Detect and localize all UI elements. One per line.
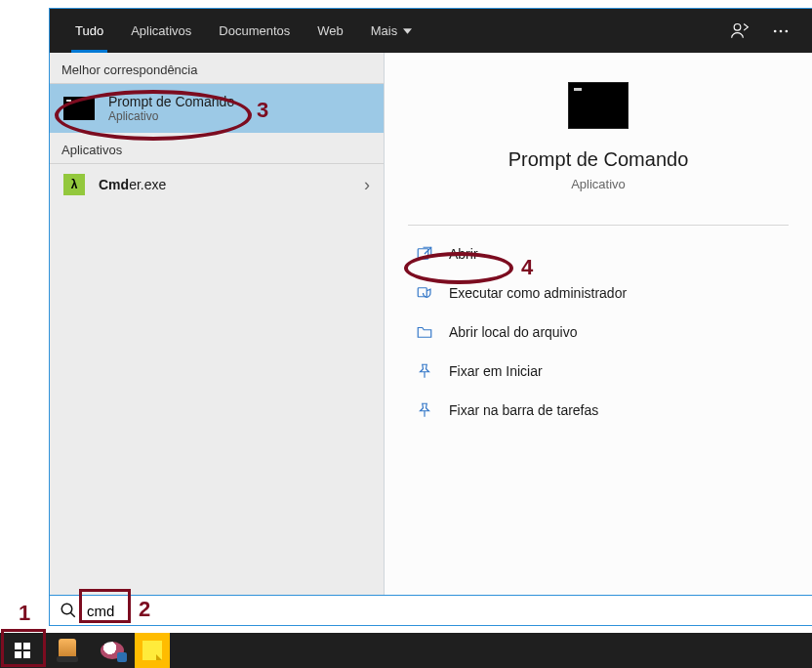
- panel-body: Melhor correspondência Prompt de Comando…: [50, 53, 812, 595]
- tab-all-label: Tudo: [75, 23, 103, 38]
- action-pin-taskbar[interactable]: Fixar na barra de tarefas: [408, 396, 789, 425]
- preview-subtitle: Aplicativo: [571, 177, 626, 191]
- preview-title: Prompt de Comando: [508, 148, 689, 171]
- action-pin-start-label: Fixar em Iniciar: [449, 363, 543, 379]
- chevron-down-icon: [403, 28, 412, 34]
- taskbar: [0, 633, 812, 668]
- svg-point-6: [61, 604, 72, 614]
- shield-admin-icon: [416, 284, 433, 302]
- tab-documents-label: Documentos: [219, 23, 290, 38]
- action-open-label: Abrir: [449, 246, 478, 262]
- microphone-icon: [59, 639, 76, 662]
- annotation-number-1: 1: [19, 601, 30, 626]
- search-input[interactable]: [87, 603, 802, 619]
- action-open-location[interactable]: Abrir local do arquivo: [408, 317, 789, 347]
- svg-point-3: [786, 29, 789, 32]
- result-prompt-de-comando[interactable]: Prompt de Comando Aplicativo: [50, 84, 384, 133]
- taskbar-snip[interactable]: [90, 633, 135, 668]
- taskbar-cortana[interactable]: [45, 633, 90, 668]
- action-open[interactable]: Abrir: [408, 239, 789, 269]
- action-open-location-label: Abrir local do arquivo: [449, 324, 578, 340]
- cmder-icon: λ: [63, 174, 85, 195]
- svg-point-0: [734, 23, 741, 30]
- sticky-notes-icon: [142, 641, 162, 660]
- chevron-right-icon: ›: [364, 175, 370, 195]
- tab-more-label: Mais: [371, 23, 397, 38]
- search-row: [50, 595, 812, 625]
- preview-app-icon: [568, 82, 629, 129]
- command-prompt-icon: [63, 97, 95, 120]
- open-icon: [416, 245, 433, 263]
- section-best-match-label: Melhor correspondência: [50, 53, 384, 83]
- folder-location-icon: [416, 323, 433, 341]
- section-apps-label: Aplicativos: [50, 133, 384, 163]
- action-pin-start[interactable]: Fixar em Iniciar: [408, 356, 789, 386]
- tab-web[interactable]: Web: [304, 9, 357, 53]
- tab-all[interactable]: Tudo: [61, 9, 117, 53]
- taskbar-sticky-notes[interactable]: [135, 633, 170, 668]
- result-subtitle: Aplicativo: [108, 109, 234, 123]
- pin-start-icon: [416, 362, 433, 380]
- action-run-admin-label: Executar como administrador: [449, 285, 627, 301]
- feedback-icon[interactable]: [730, 21, 750, 41]
- result-cmder-label: Cmder.exe: [99, 177, 166, 192]
- tab-documents[interactable]: Documentos: [205, 9, 304, 53]
- tab-apps-label: Aplicativos: [131, 23, 191, 38]
- tab-more[interactable]: Mais: [357, 9, 426, 53]
- action-pin-taskbar-label: Fixar na barra de tarefas: [449, 402, 598, 418]
- svg-rect-4: [418, 249, 428, 260]
- results-column: Melhor correspondência Prompt de Comando…: [50, 53, 385, 595]
- more-options-icon[interactable]: [771, 21, 791, 41]
- search-panel: Tudo Aplicativos Documentos Web Mais: [50, 9, 812, 625]
- search-tabs: Tudo Aplicativos Documentos Web Mais: [50, 9, 812, 53]
- tab-web-label: Web: [317, 23, 344, 38]
- start-button[interactable]: [0, 633, 45, 668]
- svg-rect-5: [418, 288, 426, 297]
- snip-sketch-icon: [101, 642, 124, 659]
- result-title: Prompt de Comando: [108, 94, 234, 109]
- search-icon: [60, 602, 77, 619]
- preview-actions: Abrir Executar como administrador Abrir …: [385, 226, 812, 438]
- action-run-admin[interactable]: Executar como administrador: [408, 278, 789, 308]
- preview-column: Prompt de Comando Aplicativo Abrir: [385, 53, 812, 595]
- tab-apps[interactable]: Aplicativos: [117, 9, 205, 53]
- windows-logo-icon: [15, 643, 30, 658]
- svg-point-2: [780, 29, 783, 32]
- pin-taskbar-icon: [416, 401, 433, 419]
- svg-point-1: [774, 29, 777, 32]
- result-cmder[interactable]: λ Cmder.exe ›: [50, 164, 384, 205]
